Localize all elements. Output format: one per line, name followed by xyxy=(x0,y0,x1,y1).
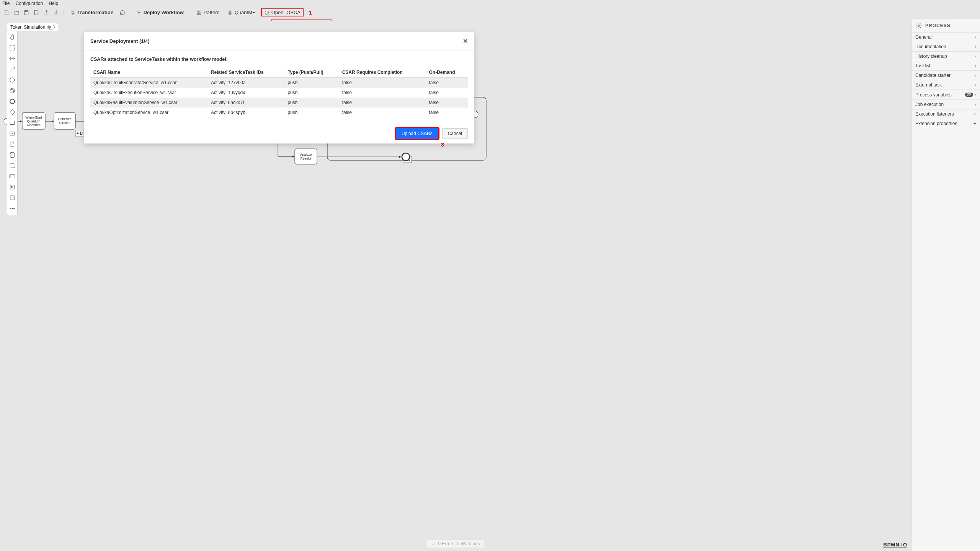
svg-text:Analyze: Analyze xyxy=(300,153,312,156)
table-cell: false xyxy=(339,78,426,88)
svg-rect-19 xyxy=(10,164,15,168)
svg-point-7 xyxy=(228,11,232,13)
svg-point-26 xyxy=(13,208,14,209)
upload-icon[interactable] xyxy=(43,9,50,16)
group-icon[interactable] xyxy=(8,162,16,170)
participant-icon[interactable] xyxy=(8,173,16,180)
modal-title: Service Deployment (1/4) xyxy=(90,38,150,44)
prop-label: Process variables xyxy=(915,92,952,98)
prop-label: Extension properties xyxy=(915,121,957,126)
svg-text:Warm-Start: Warm-Start xyxy=(25,116,42,119)
table-cell: QuokkaCircuitExecutionService_w1.csar xyxy=(90,88,208,98)
svg-rect-21 xyxy=(10,185,15,189)
validation-status[interactable]: 0 Errors, 0 Warnings xyxy=(427,540,484,548)
validation-status-label: 0 Errors, 0 Warnings xyxy=(438,541,480,546)
svg-rect-5 xyxy=(199,13,201,15)
data-object-icon[interactable] xyxy=(8,140,16,148)
svg-point-18 xyxy=(10,152,15,154)
data-store-icon[interactable] xyxy=(8,151,16,159)
open-folder-icon[interactable] xyxy=(13,9,20,16)
properties-title: PROCESS xyxy=(925,23,951,28)
svg-point-1 xyxy=(138,12,140,13)
prop-label: External task xyxy=(915,82,942,88)
start-event-icon[interactable] xyxy=(8,76,16,84)
upload-csars-button[interactable]: Upload CSARs xyxy=(396,128,438,139)
toggle-switch-icon xyxy=(47,25,55,29)
prop-row-execution-listeners[interactable]: Execution listeners+ xyxy=(911,109,980,119)
table-row: QuokkaResultEvaluationService_w1.csarAct… xyxy=(90,98,468,108)
more-tools-icon[interactable] xyxy=(8,205,16,212)
download-icon[interactable] xyxy=(53,9,60,16)
table-cell: false xyxy=(426,88,468,98)
bpmn-palette xyxy=(7,31,18,215)
hand-tool-icon[interactable] xyxy=(8,33,16,41)
table-header: CSAR Requires Completion xyxy=(339,67,426,78)
prop-label: History cleanup xyxy=(915,54,947,59)
prop-label: General xyxy=(915,34,932,40)
table-cell: Activity_0hcko7f xyxy=(208,98,285,108)
prop-row-process-variables[interactable]: Process variables22› xyxy=(911,90,980,99)
table-cell: push xyxy=(284,78,339,88)
pattern-button[interactable]: Pattern xyxy=(194,9,222,16)
table-cell: QuokkaResultEvaluationService_w1.csar xyxy=(90,98,208,108)
menu-help[interactable]: Help xyxy=(49,1,58,6)
save-edit-icon[interactable] xyxy=(33,9,40,16)
svg-text:Circuits: Circuits xyxy=(59,121,70,125)
caret-icon: › xyxy=(975,63,976,68)
table-cell: false xyxy=(426,108,468,117)
svg-point-8 xyxy=(229,10,231,15)
prop-label: Tasklist xyxy=(915,63,930,68)
table-cell: Activity_1uyyqdx xyxy=(208,88,285,98)
modal-note: CSARs attached to ServiceTasks within th… xyxy=(90,57,468,62)
caret-icon: › xyxy=(975,102,976,107)
prop-label: Job execution xyxy=(915,102,944,107)
custom-icon-1[interactable] xyxy=(8,183,16,191)
table-cell: Activity_0b4spyb xyxy=(208,108,285,117)
bpmnio-logo[interactable]: BPMN.IO xyxy=(883,542,907,548)
prop-row-history-cleanup[interactable]: History cleanup› xyxy=(911,51,980,61)
service-deployment-modal: Service Deployment (1/4) ✕ CSARs attache… xyxy=(84,32,474,143)
transformation-button[interactable]: Transformation xyxy=(68,9,116,16)
intermediate-event-icon[interactable] xyxy=(8,87,16,95)
gear-icon xyxy=(915,22,922,29)
badge-caret-icon: 22› xyxy=(965,92,976,98)
opentosca-button[interactable]: OpenTOSCA xyxy=(261,8,304,16)
prop-row-documentation[interactable]: Documentation› xyxy=(911,42,980,51)
table-cell: Activity_127v00a xyxy=(208,78,285,88)
quantme-button[interactable]: QuantME xyxy=(225,9,258,16)
modal-close-button[interactable]: ✕ xyxy=(463,37,468,45)
deploy-workflow-button[interactable]: Deploy Workflow xyxy=(134,9,186,16)
lasso-tool-icon[interactable] xyxy=(8,44,16,52)
expanded-subprocess-icon[interactable] xyxy=(8,130,16,137)
refresh-icon[interactable] xyxy=(119,9,126,16)
svg-point-6 xyxy=(230,12,230,13)
task-icon[interactable] xyxy=(8,119,16,127)
token-simulation-toggle[interactable]: Token Simulation xyxy=(7,23,58,31)
prop-row-tasklist[interactable]: Tasklist› xyxy=(911,61,980,70)
prop-row-extension-properties[interactable]: Extension properties+ xyxy=(911,119,980,128)
table-row: QuokkaCircuitGeneratorService_w1.csarAct… xyxy=(90,78,468,88)
svg-point-25 xyxy=(12,208,13,209)
save-icon[interactable] xyxy=(23,9,30,16)
plus-icon: + xyxy=(973,121,976,126)
token-simulation-label: Token Simulation xyxy=(10,24,45,30)
svg-point-22 xyxy=(11,186,13,188)
prop-row-job-execution[interactable]: Job execution› xyxy=(911,99,980,109)
gateway-icon[interactable] xyxy=(8,108,16,116)
svg-text:Quantum: Quantum xyxy=(27,119,41,123)
prop-label: Documentation xyxy=(915,44,946,49)
menu-configuration[interactable]: Configuration xyxy=(16,1,43,6)
table-header: Related ServiceTask IDs xyxy=(208,67,285,78)
custom-icon-2[interactable] xyxy=(8,194,16,202)
prop-row-candidate-starter[interactable]: Candidate starter› xyxy=(911,70,980,80)
prop-row-external-task[interactable]: External task› xyxy=(911,80,980,90)
cancel-button[interactable]: Cancel xyxy=(442,128,468,139)
caret-icon: › xyxy=(975,82,976,88)
prop-row-general[interactable]: General› xyxy=(911,32,980,42)
menu-file[interactable]: File xyxy=(2,1,10,6)
global-connect-icon[interactable] xyxy=(8,65,16,73)
end-event-icon[interactable] xyxy=(8,98,16,105)
new-file-icon[interactable] xyxy=(3,9,10,16)
properties-panel: PROCESS General›Documentation›History cl… xyxy=(911,19,980,551)
space-tool-icon[interactable] xyxy=(8,55,16,62)
